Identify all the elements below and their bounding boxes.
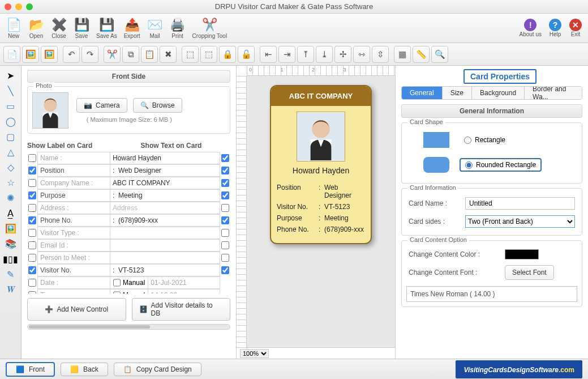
photo-thumbnail[interactable] (32, 92, 68, 129)
copy-design-button[interactable]: 📋Copy Card Design (114, 363, 201, 376)
field-value[interactable] (110, 177, 220, 189)
maximize-window-icon[interactable] (26, 3, 33, 10)
show-label-checkbox[interactable] (27, 179, 37, 187)
ruler-icon[interactable]: 📏 (413, 46, 430, 63)
show-label-checkbox[interactable] (27, 254, 37, 262)
show-label-checkbox[interactable] (27, 291, 37, 293)
rectangle-shape-icon[interactable] (423, 132, 449, 148)
star-tool-icon[interactable]: ☆ (3, 176, 18, 189)
diamond-tool-icon[interactable]: ◇ (3, 161, 18, 173)
minimize-window-icon[interactable] (15, 3, 22, 10)
show-label-checkbox[interactable] (27, 279, 37, 287)
manual-checkbox[interactable]: Manual (110, 289, 148, 293)
show-text-checkbox[interactable] (220, 204, 230, 212)
burst-tool-icon[interactable]: ✺ (3, 191, 18, 204)
bring-front-icon[interactable]: ⬚ (182, 46, 199, 63)
show-text-checkbox[interactable] (220, 179, 230, 187)
manual-checkbox[interactable]: Manual (110, 277, 148, 288)
front-tab-button[interactable]: 🟦Front (6, 362, 55, 377)
export-button[interactable]: 📤Export (121, 16, 144, 40)
align-right-icon[interactable]: ⇥ (278, 46, 295, 63)
new-button[interactable]: 📄New (2, 16, 25, 40)
show-text-checkbox[interactable] (220, 229, 230, 237)
lock-icon[interactable]: 🔒 (219, 46, 236, 63)
field-value[interactable] (110, 239, 220, 252)
tab-background[interactable]: Background (472, 87, 525, 99)
zoom-select[interactable]: 100% (240, 349, 269, 358)
tab-size[interactable]: Size (443, 87, 472, 99)
field-value[interactable] (110, 252, 220, 264)
show-text-checkbox[interactable] (220, 266, 230, 274)
field-value[interactable] (110, 202, 220, 214)
back-tab-button[interactable]: 🟨Back (61, 363, 108, 376)
rounded-rectangle-radio[interactable]: Rounded Rectangle (460, 158, 542, 172)
browse-button[interactable]: 🔍Browse (133, 98, 182, 113)
show-text-checkbox[interactable] (220, 191, 230, 199)
ellipse-tool-icon[interactable]: ◯ (3, 115, 18, 127)
text-tool-icon[interactable]: A̲ (3, 207, 18, 219)
redo-icon[interactable]: ↷ (81, 46, 98, 63)
select-font-button[interactable]: Select Font (505, 265, 554, 280)
show-label-checkbox[interactable] (27, 216, 37, 224)
rounded-shape-icon[interactable] (423, 157, 449, 173)
cut-icon[interactable]: ✂️ (104, 46, 121, 63)
triangle-tool-icon[interactable]: △ (3, 146, 18, 158)
rectangle-radio[interactable]: Rectangle (460, 134, 510, 146)
grid-icon[interactable]: ▦ (394, 46, 411, 63)
show-label-checkbox[interactable] (27, 229, 37, 237)
field-value[interactable] (110, 152, 220, 164)
new-page-icon[interactable]: 📄 (3, 46, 20, 63)
show-text-checkbox[interactable] (220, 167, 230, 174)
unlock-icon[interactable]: 🔓 (238, 46, 255, 63)
add-db-button[interactable]: 🗄️Add Visitor details to DB (132, 298, 231, 321)
send-back-icon[interactable]: ⬚ (200, 46, 217, 63)
field-value[interactable] (110, 214, 220, 227)
close-window-icon[interactable] (5, 3, 11, 10)
preview-icon[interactable]: 🔍 (431, 46, 448, 63)
align-center-icon[interactable]: ✢ (334, 46, 351, 63)
library-tool-icon[interactable]: 📚 (3, 237, 18, 250)
save-button[interactable]: 💾Save (70, 16, 93, 40)
field-value[interactable] (110, 164, 220, 177)
card-preview[interactable]: ABC IT COMPANY Howard Hayden Position:We… (270, 85, 372, 244)
pointer-tool-icon[interactable]: ➤ (3, 69, 18, 82)
card-sides-select[interactable]: Two (Front and Back) (465, 215, 575, 228)
show-label-checkbox[interactable] (27, 191, 37, 199)
tab-general[interactable]: General (402, 87, 443, 99)
show-label-checkbox[interactable] (27, 204, 37, 212)
show-text-checkbox[interactable] (220, 254, 230, 262)
show-label-checkbox[interactable] (27, 154, 37, 162)
delete-icon[interactable]: ✖ (160, 46, 177, 63)
align-left-icon[interactable]: ⇤ (260, 46, 277, 63)
image-export-icon[interactable]: 🖼️ (41, 46, 58, 63)
image-tool-icon[interactable]: 🖼️ (3, 222, 18, 235)
rectangle-tool-icon[interactable]: ▭ (3, 100, 18, 112)
content-color-swatch[interactable] (505, 249, 539, 259)
tab-border[interactable]: Border and Wa... (525, 87, 582, 99)
field-value[interactable] (110, 264, 220, 276)
align-bottom-icon[interactable]: ⤓ (316, 46, 333, 63)
signature-tool-icon[interactable]: ✎ (3, 268, 18, 280)
horizontal-scrollbar[interactable] (27, 324, 230, 330)
add-control-button[interactable]: ➕Add New Control (27, 298, 126, 321)
crop-button[interactable]: ✂️Cropping Tool (189, 16, 231, 40)
camera-button[interactable]: 📷Camera (76, 98, 127, 113)
align-h-icon[interactable]: ⇿ (353, 46, 370, 63)
exit-button[interactable]: ✕Exit (565, 18, 586, 39)
image-icon[interactable]: 🖼️ (22, 46, 39, 63)
show-label-checkbox[interactable] (27, 167, 37, 174)
field-value[interactable] (110, 189, 220, 202)
show-label-checkbox[interactable] (27, 266, 37, 274)
barcode-tool-icon[interactable]: ▮▯▮ (3, 253, 18, 265)
open-button[interactable]: 📂Open (25, 16, 48, 40)
print-button[interactable]: 🖨️Print (166, 16, 189, 40)
show-text-checkbox[interactable] (220, 241, 230, 249)
align-v-icon[interactable]: ⇳ (372, 46, 389, 63)
wordart-tool-icon[interactable]: 𝑾 (3, 283, 18, 296)
show-label-checkbox[interactable] (27, 241, 37, 249)
line-tool-icon[interactable]: ╲ (3, 84, 18, 97)
field-value[interactable] (110, 227, 220, 239)
saveas-button[interactable]: 💾Save As (93, 16, 121, 40)
align-top-icon[interactable]: ⤒ (297, 46, 314, 63)
paste-icon[interactable]: 📋 (141, 46, 158, 63)
